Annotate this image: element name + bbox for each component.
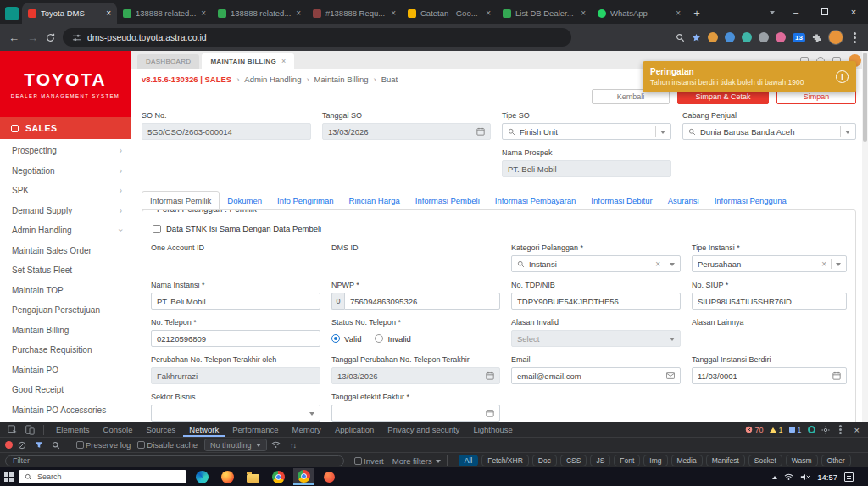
taskbar-search-box[interactable]: Search (19, 470, 186, 483)
warning-toast[interactable]: Peringatan Tahun instansi berdiri tidak … (643, 61, 856, 92)
tanggal-so-input[interactable]: 13/03/2026 (322, 123, 491, 140)
devtools-tab-lighthouse[interactable]: Lighthouse (467, 422, 518, 437)
devtools-tab-performance[interactable]: Performance (226, 422, 284, 437)
window-maximize-button[interactable] (810, 0, 839, 24)
radio-invalid[interactable]: Invalid (375, 334, 410, 344)
devtools-tab-application[interactable]: Application (329, 422, 380, 437)
tab-search-icon[interactable] (763, 8, 782, 17)
sidebar-section-sales[interactable]: SALES (0, 117, 131, 139)
sidebar-item-pengajuan-persetujuan[interactable]: Pengajuan Persetujuan (0, 300, 131, 321)
filter-chip-socket[interactable]: Socket (748, 455, 782, 466)
breadcrumb-item[interactable]: Admin Handling (231, 75, 301, 84)
network-conditions-icon[interactable] (269, 441, 284, 449)
sektor-bisnis-select[interactable] (151, 405, 320, 422)
filter-chip-manifest[interactable]: Manifest (706, 455, 745, 466)
tab-dokumen[interactable]: Dokumen (220, 192, 270, 209)
record-network-log-icon[interactable] (5, 441, 13, 449)
browser-tab-6[interactable]: List DB Dealer... (497, 3, 592, 24)
tab-asuransi[interactable]: Asuransi (660, 192, 707, 209)
browser-tab-whatsapp[interactable]: WhatsApp (592, 3, 687, 24)
kategori-pelanggan-select[interactable]: Instansi (511, 255, 681, 272)
tab-close-icon[interactable] (676, 8, 681, 18)
devtools-tab-elements[interactable]: Elements (50, 422, 96, 437)
perubahan-oleh-input[interactable]: Fakhrurrazi (151, 367, 320, 384)
tipe-instansi-select[interactable]: Perusahaan (692, 255, 847, 272)
devtools-close-icon[interactable] (851, 425, 863, 435)
clock[interactable]: 14:57 (817, 472, 837, 482)
sidebar-item-maintain-po-accessories[interactable]: Maintain PO Accessories (0, 400, 131, 421)
console-info-badge[interactable]: 1 (789, 426, 802, 434)
email-input[interactable]: email@email.com (511, 367, 681, 384)
no-siup-input[interactable]: SIUP98U54TIU5SHR76ID (692, 293, 847, 310)
filter-chip-doc[interactable]: Doc (532, 455, 557, 466)
volume-muted-icon[interactable] (800, 473, 810, 481)
sidebar-item-set-status-fleet[interactable]: Set Status Fleet (0, 260, 131, 281)
taskbar-app-firefox[interactable] (217, 468, 237, 485)
sidebar-item-purchase-requisition[interactable]: Purchase Requisition (0, 340, 131, 360)
tab-informasi-pembayaran[interactable]: Informasi Pembayaran (487, 192, 584, 209)
filter-chip-all[interactable]: All (459, 455, 478, 466)
extensions-puzzle-icon[interactable] (812, 33, 821, 42)
taskbar-app-edge[interactable] (192, 468, 212, 485)
inspect-element-icon[interactable] (5, 425, 20, 435)
console-warnings-badge[interactable]: 1 (770, 426, 783, 434)
invert-checkbox[interactable] (354, 457, 362, 465)
radio-valid[interactable]: Valid (331, 334, 361, 344)
tab-group-icon[interactable] (5, 7, 19, 20)
taskbar-app-explorer[interactable] (242, 468, 263, 485)
taskbar-app-chrome-active[interactable] (293, 468, 314, 485)
filter-chip-other[interactable]: Other (821, 455, 851, 466)
forward-button[interactable] (27, 32, 38, 43)
hidden-icons-chevron[interactable] (772, 473, 777, 479)
taskbar-app-chrome[interactable] (268, 468, 288, 485)
devtools-tab-privacy[interactable]: Privacy and security (381, 422, 465, 437)
tanggal-instansi-berdiri-input[interactable]: 11/03/0001 (692, 367, 847, 384)
browser-tab-toyota-dms[interactable]: Toyota DMS (22, 3, 117, 24)
tipe-so-select[interactable]: Finish Unit (502, 123, 671, 140)
devtools-tab-sources[interactable]: Sources (140, 422, 181, 437)
taskbar-app-6[interactable] (319, 468, 339, 485)
tab-close-icon[interactable] (281, 57, 287, 65)
extension-icon-5[interactable] (776, 32, 786, 42)
tab-close-icon[interactable] (296, 8, 301, 18)
tanggal-perubahan-input[interactable]: 13/03/2026 (331, 367, 500, 384)
tanggal-efektif-faktur-input[interactable] (331, 405, 500, 422)
tab-close-icon[interactable] (201, 8, 206, 18)
network-filter-input[interactable]: Filter (5, 455, 344, 466)
browser-tab-4[interactable]: #138888 Requ... (307, 3, 402, 24)
browser-menu-icon[interactable] (854, 36, 856, 39)
app-tab-dashboard[interactable]: DASHBOARD (137, 54, 199, 69)
clear-network-log-icon[interactable] (14, 441, 30, 450)
sidebar-item-demand-supply[interactable]: Demand Supply (0, 201, 131, 221)
npwp-input[interactable]: 756094863095326 (344, 293, 500, 310)
cabang-penjual-select[interactable]: Dunia Barusa Banda Aceh (682, 123, 856, 140)
devtools-tab-network[interactable]: Network (183, 422, 225, 437)
sidebar-item-maintain-top[interactable]: Maintain TOP (0, 281, 131, 301)
breadcrumb-item[interactable]: Maintain Billing (301, 75, 368, 84)
network-icon[interactable] (784, 473, 793, 481)
clear-selection-icon[interactable] (821, 260, 826, 269)
filter-funnel-icon[interactable] (31, 441, 47, 449)
scrollbar-thumb[interactable] (863, 53, 867, 142)
bookmark-star-icon[interactable] (692, 33, 701, 42)
console-errors-badge[interactable]: 70 (745, 426, 764, 434)
filter-chip-css[interactable]: CSS (560, 455, 587, 466)
sidebar-item-prospecting[interactable]: Prospecting (0, 141, 131, 161)
nama-instansi-input[interactable]: PT. Beli Mobil (151, 293, 320, 310)
new-tab-button[interactable] (687, 3, 707, 23)
sidebar-item-spk[interactable]: SPK (0, 181, 131, 201)
sidebar-item-maintain-billing[interactable]: Maintain Billing (0, 321, 131, 341)
network-search-icon[interactable] (48, 441, 64, 450)
extension-icon-3[interactable] (742, 32, 752, 42)
tab-rincian-harga[interactable]: Rincian Harga (342, 192, 408, 209)
no-telepon-input[interactable]: 02120596809 (151, 330, 320, 347)
filter-chip-media[interactable]: Media (671, 455, 703, 466)
filter-chip-img[interactable]: Img (643, 455, 667, 466)
devtools-settings-gear-icon[interactable] (821, 426, 830, 434)
tab-informasi-debitur[interactable]: Informasi Debitur (583, 192, 659, 209)
sidebar-item-maintain-po[interactable]: Maintain PO (0, 360, 131, 381)
stnk-checkbox-row[interactable]: Data STNK Isi Sama Dengan Data Pembeli (153, 224, 847, 233)
device-toolbar-icon[interactable] (22, 425, 37, 435)
tab-info-pengiriman[interactable]: Info Pengiriman (270, 192, 342, 209)
filter-chip-js[interactable]: JS (590, 455, 610, 466)
